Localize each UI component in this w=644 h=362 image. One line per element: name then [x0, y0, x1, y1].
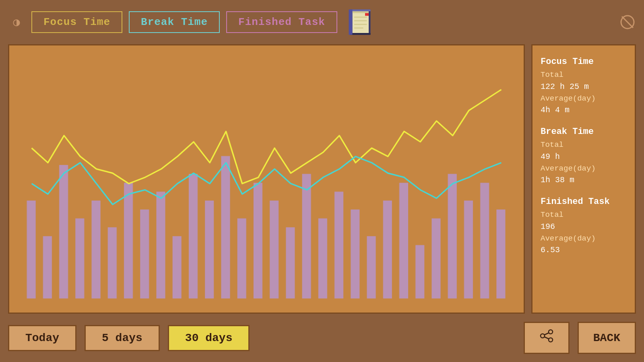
- chart-canvas: [16, 53, 517, 306]
- focus-time-total-label: Total: [541, 69, 627, 81]
- svg-rect-9: [354, 24, 367, 25]
- back-button[interactable]: BACK: [578, 322, 636, 354]
- focus-time-avg-label: Average(day): [541, 93, 627, 105]
- left-icon: ◑: [8, 14, 25, 31]
- top-bar: ◑ Focus Time Break Time Finished Task: [0, 0, 644, 44]
- break-time-total: 49 h: [541, 151, 627, 163]
- svg-rect-2: [351, 33, 371, 35]
- break-time-avg-label: Average(day): [541, 163, 627, 175]
- svg-line-17: [544, 337, 549, 339]
- focus-time-avg: 4h 4 m: [541, 104, 627, 116]
- 30days-button[interactable]: 30 days: [168, 325, 250, 351]
- bottom-bar: Today 5 days 30 days BACK: [0, 314, 644, 362]
- focus-time-title: Focus Time: [541, 55, 627, 68]
- 5days-button[interactable]: 5 days: [85, 325, 160, 351]
- break-time-total-label: Total: [541, 139, 627, 151]
- svg-rect-8: [354, 21, 367, 21]
- finished-task-total: 196: [541, 221, 627, 233]
- break-time-stats: Break Time Total 49 h Average(day) 1h 38…: [541, 125, 627, 186]
- right-buttons: BACK: [524, 322, 636, 354]
- finished-task-title: Finished Task: [541, 195, 627, 208]
- chart-container: [8, 44, 525, 314]
- right-icon: [619, 14, 636, 31]
- svg-rect-6: [365, 13, 369, 16]
- today-button[interactable]: Today: [8, 325, 76, 351]
- share-button[interactable]: [524, 322, 570, 354]
- main-content: Focus Time Total 122 h 25 m Average(day)…: [0, 44, 644, 314]
- tab-break-time[interactable]: Break Time: [129, 11, 220, 33]
- svg-rect-1: [351, 10, 371, 12]
- finished-task-avg: 6.53: [541, 244, 627, 256]
- svg-point-13: [549, 330, 553, 334]
- svg-rect-7: [354, 17, 367, 18]
- svg-rect-5: [349, 10, 352, 35]
- svg-point-15: [541, 334, 545, 338]
- finished-task-avg-label: Average(day): [541, 233, 627, 245]
- notebook-icon: [347, 8, 376, 37]
- share-icon: [539, 329, 554, 347]
- svg-rect-10: [354, 28, 363, 29]
- svg-rect-4: [352, 11, 369, 13]
- svg-line-16: [544, 333, 549, 335]
- stats-panel: Focus Time Total 122 h 25 m Average(day)…: [531, 44, 636, 314]
- break-time-avg: 1h 38 m: [541, 174, 627, 186]
- focus-time-stats: Focus Time Total 122 h 25 m Average(day)…: [541, 55, 627, 116]
- svg-line-12: [622, 16, 633, 28]
- finished-task-stats: Finished Task Total 196 Average(day) 6.5…: [541, 195, 627, 256]
- break-time-title: Break Time: [541, 125, 627, 138]
- svg-point-14: [549, 338, 553, 342]
- tab-focus-time[interactable]: Focus Time: [31, 11, 122, 33]
- finished-task-total-label: Total: [541, 209, 627, 221]
- focus-time-total: 122 h 25 m: [541, 81, 627, 93]
- tab-finished-task[interactable]: Finished Task: [226, 11, 337, 33]
